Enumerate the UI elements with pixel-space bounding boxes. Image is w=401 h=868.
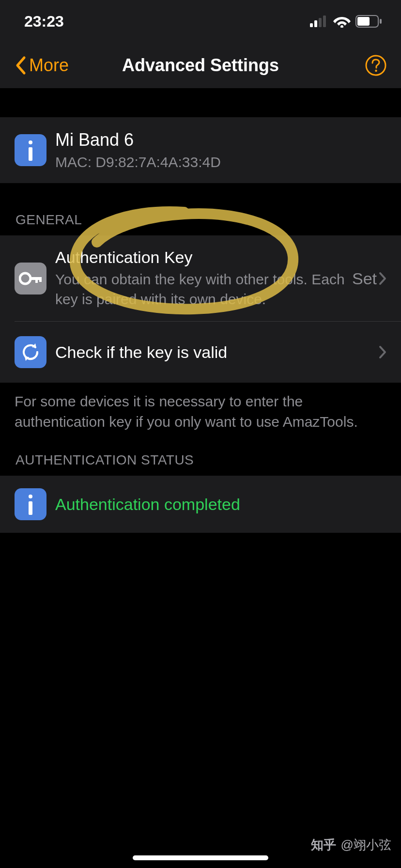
auth-key-content: Authentication Key You can obtain the ke… [55,248,345,309]
svg-point-4 [340,25,343,28]
chevron-left-icon [15,56,26,75]
device-info: Mi Band 6 MAC: D9:82:7A:4A:33:4D [55,130,221,170]
svg-point-9 [375,70,377,72]
nav-bar: More Advanced Settings [0,43,401,88]
svg-point-16 [29,495,32,498]
spacer [0,88,401,117]
svg-rect-3 [323,16,326,27]
help-button[interactable] [365,55,386,76]
svg-rect-15 [39,277,42,282]
svg-point-10 [29,140,32,144]
watermark-user: @翊小弦 [341,837,391,853]
status-bar: 23:23 [0,0,401,43]
key-icon [19,272,42,285]
info-icon-box [15,488,46,520]
check-key-accessory [379,345,386,359]
section-header-auth-status: AUTHENTICATION STATUS [0,441,401,476]
info-icon [26,140,35,161]
help-icon [365,55,386,76]
status-icons [310,15,382,28]
chevron-right-icon [379,345,386,359]
home-indicator[interactable] [133,855,268,860]
svg-point-8 [366,56,386,75]
svg-rect-2 [319,18,322,27]
wifi-icon [333,15,351,28]
auth-key-value: Set [352,269,377,288]
check-key-title: Check if the key is valid [55,343,372,362]
check-key-content: Check if the key is valid [55,343,372,362]
svg-point-12 [20,273,31,284]
device-info-cell[interactable]: Mi Band 6 MAC: D9:82:7A:4A:33:4D [0,117,401,183]
svg-rect-0 [310,23,313,27]
auth-status-text: Authentication completed [55,495,240,514]
svg-rect-1 [314,20,317,27]
key-icon-box [15,263,46,294]
device-mac: MAC: D9:82:7A:4A:33:4D [55,154,221,170]
signal-icon [310,16,328,27]
refresh-icon [20,341,41,363]
refresh-icon-box [15,336,46,368]
info-icon-box [15,134,46,166]
svg-rect-6 [357,17,370,26]
battery-icon [355,15,382,28]
general-footer: For some devices it is necessary to ente… [0,383,401,441]
device-name: Mi Band 6 [55,130,221,150]
back-label: More [29,55,69,76]
svg-rect-11 [29,147,32,161]
svg-rect-14 [35,277,38,283]
watermark-brand: 知乎 [311,837,336,853]
section-header-general: GENERAL [0,183,401,235]
auth-status-cell: Authentication completed [0,476,401,533]
page-title: Advanced Settings [122,55,279,76]
auth-key-subtitle: You can obtain the key with other tools.… [55,270,345,309]
status-time: 23:23 [24,13,64,31]
auth-key-accessory: Set [352,269,386,288]
info-icon [26,494,35,515]
back-button[interactable]: More [15,55,69,76]
svg-rect-7 [380,19,382,24]
watermark: 知乎 @翊小弦 [311,837,391,853]
svg-rect-17 [29,501,32,515]
check-key-cell[interactable]: Check if the key is valid [0,322,401,383]
auth-key-title: Authentication Key [55,248,345,267]
authentication-key-cell[interactable]: Authentication Key You can obtain the ke… [0,235,401,322]
chevron-right-icon [379,272,386,285]
